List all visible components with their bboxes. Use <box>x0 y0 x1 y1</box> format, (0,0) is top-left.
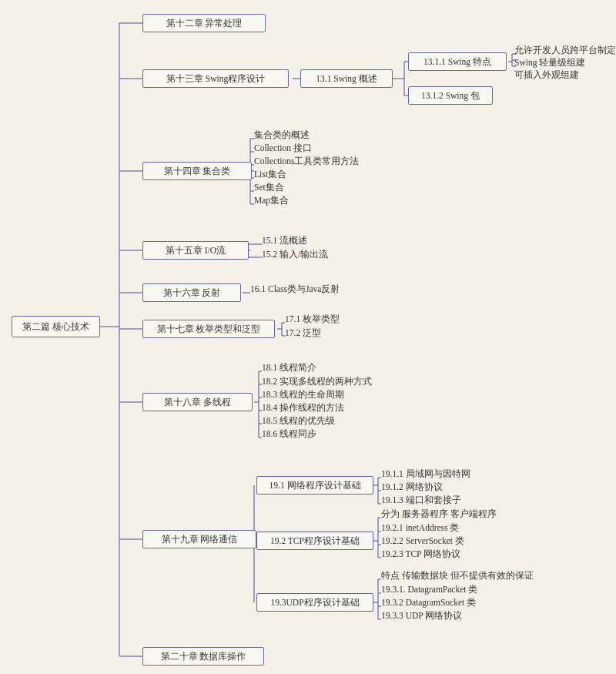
chapter-14-label: 第十四章 集合类 <box>164 166 231 177</box>
ch19-sub3-3: 19.3.3 UDP 网络协议 <box>381 610 462 622</box>
mind-map: 第二篇 核心技术 第十二章 异常处理 第十三章 Swing程序设计 13.1 S… <box>0 0 616 674</box>
ch14-sub5: Set集合 <box>254 182 284 193</box>
chapter-14-node: 第十四章 集合类 <box>142 162 252 180</box>
ch14-sub1: 集合类的概述 <box>254 129 310 141</box>
ch13-sub1-1-c: 可插入外观组建 <box>514 69 579 81</box>
ch19-sub2-pre: 分为 服务器程序 客户端程序 <box>381 508 497 520</box>
ch19-sub1-1: 19.1.1 局域网与因特网 <box>381 468 470 480</box>
ch19-sub1-2: 19.1.2 网络协议 <box>381 481 443 493</box>
ch18-sub5: 18.5 线程的优先级 <box>262 415 335 427</box>
ch19-sub2-3: 19.2.3 TCP 网络协议 <box>381 548 460 560</box>
ch19-sub2-label: 19.2 TCP程序设计基础 <box>270 535 360 547</box>
ch19-sub3-1: 19.3.1. DatagramPacket 类 <box>381 584 477 595</box>
ch14-sub4: List集合 <box>254 169 286 180</box>
ch19-sub1-node: 19.1 网络程序设计基础 <box>256 476 373 495</box>
ch13-sub1-1-node: 13.1.1 Swing 特点 <box>408 52 507 71</box>
ch18-sub1: 18.1 线程简介 <box>262 362 316 374</box>
ch19-sub2-1: 19.2.1 inetAddress 类 <box>381 522 459 534</box>
chapter-16-label: 第十六章 反射 <box>163 287 221 299</box>
ch14-sub3: Collections工具类常用方法 <box>254 156 359 167</box>
root-node: 第二篇 核心技术 <box>12 316 100 337</box>
chapter-18-node: 第十八章 多线程 <box>142 393 253 411</box>
ch13-sub1-label: 13.1 Swing 概述 <box>316 73 377 85</box>
chapter-15-node: 第十五章 I/O流 <box>142 241 249 260</box>
chapter-18-label: 第十八章 多线程 <box>164 397 231 408</box>
ch13-sub1-1-b: Swing 轻量级组建 <box>514 57 585 69</box>
chapter-20-node: 第二十章 数据库操作 <box>142 647 264 666</box>
ch19-sub1-label: 19.1 网络程序设计基础 <box>270 480 361 491</box>
chapter-12-node: 第十二章 异常处理 <box>142 14 266 32</box>
chapter-13-label: 第十三章 Swing程序设计 <box>166 73 265 85</box>
ch15-sub2: 15.2 输入/输出流 <box>262 249 328 260</box>
chapter-16-node: 第十六章 反射 <box>142 283 241 302</box>
ch19-sub3-node: 19.3UDP程序设计基础 <box>256 593 373 612</box>
ch18-sub4: 18.4 操作线程的方法 <box>262 402 344 414</box>
chapter-13-node: 第十三章 Swing程序设计 <box>142 69 289 88</box>
ch13-sub1-2-node: 13.1.2 Swing 包 <box>408 86 493 105</box>
ch19-sub2-2: 19.2.2 ServerSocket 类 <box>381 535 464 547</box>
ch18-sub6: 18.6 线程同步 <box>262 428 316 440</box>
chapter-19-label: 第十九章 网络通信 <box>162 534 238 545</box>
root-label: 第二篇 核心技术 <box>22 321 89 333</box>
ch13-sub1-node: 13.1 Swing 概述 <box>300 69 393 88</box>
chapter-19-node: 第十九章 网络通信 <box>142 530 256 548</box>
ch19-sub3-2: 19.3.2 DatagramSocket 类 <box>381 597 476 609</box>
ch19-sub3-pre: 特点 传输数据块 但不提供有效的保证 <box>381 570 534 582</box>
ch18-sub3: 18.3 线程的生命周期 <box>262 389 344 401</box>
ch14-sub2: Collection 接口 <box>254 143 312 154</box>
ch17-sub1: 17.1 枚举类型 <box>285 314 340 325</box>
chapter-12-label: 第十二章 异常处理 <box>166 18 243 29</box>
chapter-15-label: 第十五章 I/O流 <box>166 245 226 257</box>
chapter-20-label: 第二十章 数据库操作 <box>161 651 246 662</box>
chapter-17-node: 第十七章 枚举类型和泛型 <box>142 320 275 338</box>
ch17-sub2: 17.2 泛型 <box>285 327 321 339</box>
ch15-sub1: 15.1 流概述 <box>262 235 307 246</box>
ch13-sub1-1-label: 13.1.1 Swing 特点 <box>424 56 491 68</box>
ch19-sub1-3: 19.1.3 端口和套接子 <box>381 495 461 506</box>
ch13-sub1-1-a: 允许开发人员跨平台制定统一外观跟峰啊 <box>514 45 616 56</box>
ch14-sub6: Map集合 <box>254 195 289 206</box>
ch19-sub3-label: 19.3UDP程序设计基础 <box>270 597 359 609</box>
chapter-17-label: 第十七章 枚举类型和泛型 <box>157 324 261 335</box>
ch16-sub1: 16.1 Class类与Java反射 <box>250 283 340 295</box>
ch18-sub2: 18.2 实现多线程的两种方式 <box>262 376 372 387</box>
ch13-sub1-2-label: 13.1.2 Swing 包 <box>421 90 480 102</box>
ch19-sub2-node: 19.2 TCP程序设计基础 <box>256 531 373 550</box>
